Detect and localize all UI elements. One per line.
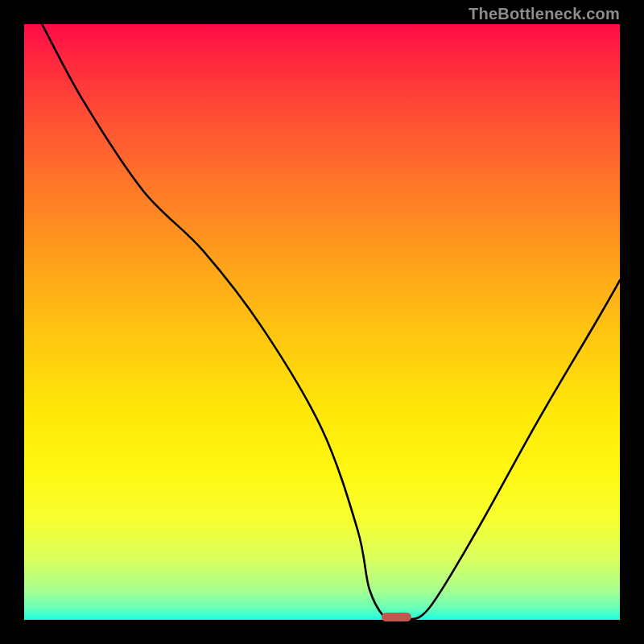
optimum-marker <box>382 613 411 621</box>
watermark: TheBottleneck.com <box>469 5 620 23</box>
bottleneck-curve <box>24 24 620 620</box>
chart-container: TheBottleneck.com <box>0 0 644 644</box>
plot-area <box>24 24 620 620</box>
